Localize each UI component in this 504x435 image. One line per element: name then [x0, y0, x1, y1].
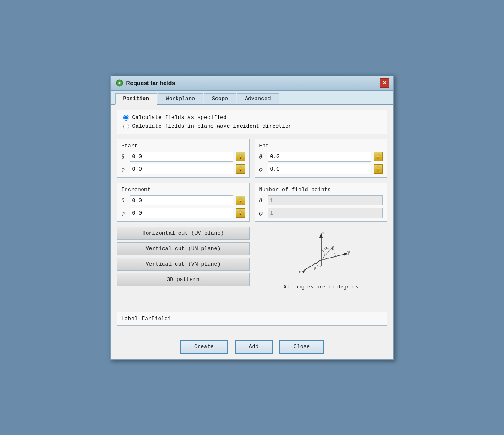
svg-text:z: z [322, 230, 324, 235]
calculation-mode-group: Calculate fields as specified Calculate … [117, 110, 387, 134]
end-theta-label: θ [259, 153, 265, 160]
tab-scope[interactable]: Scope [204, 93, 236, 104]
svg-marker-12 [331, 246, 334, 250]
end-phi-input[interactable] [268, 164, 371, 174]
increment-theta-input[interactable] [130, 195, 233, 205]
app-icon [115, 79, 124, 87]
radio-calc-specified[interactable] [123, 115, 129, 121]
svg-line-16 [333, 247, 336, 257]
end-group: End θ 🔓 φ 🔓 [255, 139, 387, 178]
cut-buttons-group: Horizontal cut (UV plane) Vertical cut (… [117, 227, 250, 286]
svg-line-8 [304, 260, 321, 271]
dialog: Request far fields ✕ Position Workplane … [110, 75, 394, 360]
coordinate-diagram: z y x r θ [288, 227, 355, 281]
tab-position[interactable]: Position [115, 93, 157, 105]
spacer [117, 295, 387, 312]
svg-text:x: x [299, 269, 301, 275]
increment-group: Increment θ 🔓 φ 🔓 [117, 183, 250, 222]
svg-text:φ: φ [314, 265, 316, 270]
radio-row-1: Calculate fields as specified [123, 114, 381, 121]
3d-pattern-button[interactable]: 3D pattern [117, 273, 250, 286]
increment-theta-label: θ [122, 197, 127, 204]
increment-phi-label: φ [122, 210, 127, 217]
tab-workplane[interactable]: Workplane [158, 93, 203, 104]
title-bar-left: Request far fields [115, 79, 175, 87]
start-phi-input[interactable] [130, 164, 233, 174]
increment-phi-lock[interactable]: 🔓 [236, 208, 245, 218]
start-end-row: Start θ 🔓 φ 🔓 End θ 🔓 [117, 139, 387, 178]
start-theta-label: θ [122, 153, 127, 160]
end-phi-label: φ [259, 166, 265, 173]
start-group: Start θ 🔓 φ 🔓 [117, 139, 250, 178]
fieldpoints-theta-input[interactable] [268, 195, 383, 205]
vertical-cut-un-button[interactable]: Vertical cut (UN plane) [117, 242, 250, 255]
tab-bar: Position Workplane Scope Advanced [111, 91, 393, 105]
create-button[interactable]: Create [180, 340, 228, 354]
tab-advanced[interactable]: Advanced [237, 93, 279, 104]
svg-point-1 [119, 82, 120, 84]
increment-phi-input[interactable] [130, 208, 233, 218]
start-group-title: Start [122, 143, 245, 149]
end-theta-lock[interactable]: 🔓 [374, 152, 383, 161]
increment-theta-row: θ 🔓 [122, 195, 245, 205]
horizontal-cut-button[interactable]: Horizontal cut (UV plane) [117, 227, 250, 240]
increment-fieldpoints-row: Increment θ 🔓 φ 🔓 Number of field points… [117, 183, 387, 222]
increment-theta-lock[interactable]: 🔓 [236, 196, 245, 205]
fieldpoints-phi-input[interactable] [268, 208, 383, 218]
radio-label-2: Calculate fields in plane wave incident … [132, 123, 292, 129]
svg-text:y: y [347, 249, 350, 255]
close-window-button[interactable]: ✕ [380, 78, 389, 88]
buttons-diagram-row: Horizontal cut (UV plane) Vertical cut (… [117, 227, 387, 290]
start-phi-lock[interactable]: 🔓 [236, 164, 245, 174]
end-phi-row: φ 🔓 [259, 164, 383, 174]
fieldpoints-phi-label: φ [259, 210, 265, 217]
fieldpoints-theta-label: θ [259, 197, 265, 204]
radio-calc-planewave[interactable] [123, 124, 129, 129]
svg-text:θ: θ [324, 245, 327, 250]
end-theta-input[interactable] [268, 152, 371, 162]
radio-label-1: Calculate fields as specified [132, 114, 227, 121]
title-bar: Request far fields ✕ [111, 76, 393, 91]
start-phi-label: φ [122, 166, 127, 173]
start-theta-input[interactable] [130, 152, 233, 162]
fieldpoints-theta-row: θ [259, 195, 383, 205]
start-theta-lock[interactable]: 🔓 [236, 152, 245, 161]
close-dialog-button[interactable]: Close [279, 340, 324, 354]
end-phi-lock[interactable]: 🔓 [374, 164, 383, 174]
start-theta-row: θ 🔓 [122, 152, 245, 162]
label-value: FarField1 [142, 316, 171, 322]
end-theta-row: θ 🔓 [259, 152, 383, 162]
fieldpoints-phi-row: φ [259, 208, 383, 218]
svg-text:r: r [327, 246, 329, 251]
add-button[interactable]: Add [235, 340, 273, 354]
field-points-group: Number of field points θ φ [255, 183, 387, 222]
action-buttons-bar: Create Add Close [111, 336, 393, 359]
svg-line-5 [321, 254, 346, 260]
tab-content: Calculate fields as specified Calculate … [111, 105, 393, 336]
increment-group-title: Increment [122, 187, 245, 193]
diagram-area: z y x r θ [255, 227, 387, 290]
increment-phi-row: φ 🔓 [122, 208, 245, 218]
title-text: Request far fields [126, 80, 175, 86]
angles-note: All angles are in degrees [283, 284, 358, 290]
label-prefix: Label [122, 316, 138, 322]
end-group-title: End [259, 143, 383, 149]
label-row: Label FarField1 [117, 312, 387, 326]
vertical-cut-vn-button[interactable]: Vertical cut (VN plane) [117, 258, 250, 271]
radio-row-2: Calculate fields in plane wave incident … [123, 123, 381, 129]
start-phi-row: φ 🔓 [122, 164, 245, 174]
field-points-group-title: Number of field points [259, 187, 383, 193]
